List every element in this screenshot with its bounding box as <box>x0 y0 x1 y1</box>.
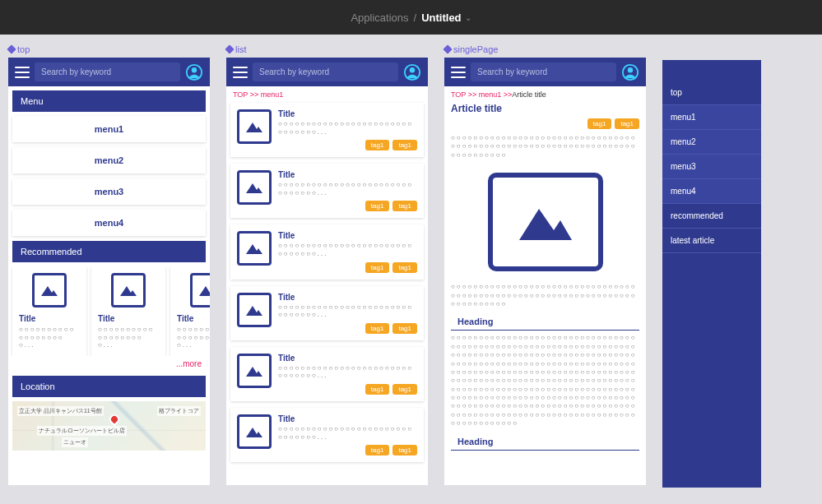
more-link[interactable]: ...more <box>8 356 210 372</box>
list-card-title: Title <box>278 293 417 302</box>
list-card-body: ○○○○○○○○○○○○○○○○○○○○○○○○○○○○○○○... <box>278 303 417 319</box>
tag[interactable]: tag1 <box>365 201 390 211</box>
svg-marker-15 <box>519 209 572 240</box>
svg-marker-10 <box>246 306 262 316</box>
article-body: ○○○○○○○○○○○○○○○○○○○○○○○○○○○○○○○○○○○○○○○○… <box>444 334 646 432</box>
map-placeholder[interactable]: 立正大学 品川キャンパス11号館 ナチュラルローソンハートビル店 格プライトコア… <box>12 401 206 451</box>
hamburger-icon[interactable] <box>451 67 466 78</box>
app-header: Search by keyword <box>444 58 646 86</box>
artboard-singlepage[interactable]: Search by keyword TOP >> menu1 >>Article… <box>444 58 646 485</box>
tag[interactable]: tag1 <box>587 118 612 129</box>
sidebar-nav-artboard[interactable]: top menu1 menu2 menu3 menu4 recommended … <box>662 60 761 488</box>
tag[interactable]: tag1 <box>365 445 390 455</box>
tag[interactable]: tag1 <box>392 323 417 334</box>
nav-item-latest[interactable]: latest article <box>662 229 761 253</box>
image-placeholder-icon <box>237 293 272 327</box>
map-label: 格プライトコア <box>157 406 201 416</box>
image-placeholder-icon <box>237 414 272 449</box>
svg-marker-2 <box>41 286 58 296</box>
image-placeholder-icon <box>190 273 210 307</box>
list-card[interactable]: Title ○○○○○○○○○○○○○○○○○○○○○○○○○○○○○○○...… <box>230 286 424 340</box>
artboard-list-wrap[interactable]: list Search by keyword TOP >> menu1 Titl… <box>226 44 428 494</box>
user-icon[interactable] <box>185 63 203 81</box>
nav-item-menu1[interactable]: menu1 <box>662 105 761 130</box>
breadcrumb[interactable]: TOP >> menu1 <box>226 86 428 103</box>
image-placeholder-icon <box>111 273 146 307</box>
list-card-title: Title <box>278 170 417 179</box>
tag[interactable]: tag1 <box>365 140 390 150</box>
nav-item-menu4[interactable]: menu4 <box>662 179 761 204</box>
menu-button[interactable]: menu1 <box>12 116 206 142</box>
artboard-name: top <box>17 44 30 54</box>
list-card[interactable]: Title ○○○○○○○○○○○○○○○○○○○○○○○○○○○○○○○...… <box>230 347 424 401</box>
rec-card[interactable]: Title ○○○○○○○○○○○○○○○○○○○... <box>12 266 86 356</box>
list-card-body: ○○○○○○○○○○○○○○○○○○○○○○○○○○○○○○○... <box>278 181 417 197</box>
svg-marker-8 <box>246 183 262 193</box>
list-card-tags: tag1tag1 <box>278 140 417 150</box>
artboard-top[interactable]: Search by keyword Menu menu1 menu2 menu3… <box>8 58 210 485</box>
artboard-singlepage-wrap[interactable]: singlePage Search by keyword TOP >> menu… <box>444 44 646 494</box>
design-canvas[interactable]: top Search by keyword Menu menu1 menu2 m… <box>0 35 822 504</box>
search-input[interactable]: Search by keyword <box>253 62 398 81</box>
article-heading: Heading <box>451 433 639 451</box>
nav-item-menu2[interactable]: menu2 <box>662 130 761 155</box>
article-tags: tag1 tag1 <box>444 118 646 134</box>
card-body: ○○○○○○○○○○○○○○○○○○○... <box>177 326 210 349</box>
component-icon <box>7 44 16 53</box>
tag[interactable]: tag1 <box>392 445 417 455</box>
tag[interactable]: tag1 <box>615 118 639 129</box>
list-card-tags: tag1tag1 <box>278 201 417 211</box>
recommended-section-header: Recommended <box>12 241 206 262</box>
artboard-top-wrap[interactable]: top Search by keyword Menu menu1 menu2 m… <box>8 44 210 494</box>
breadcrumb-root[interactable]: Applications <box>351 12 408 24</box>
list-card-body: ○○○○○○○○○○○○○○○○○○○○○○○○○○○○○○○... <box>278 425 417 441</box>
list-card-body: ○○○○○○○○○○○○○○○○○○○○○○○○○○○○○○○... <box>278 364 417 380</box>
list-card[interactable]: Title ○○○○○○○○○○○○○○○○○○○○○○○○○○○○○○○...… <box>230 164 424 218</box>
component-icon <box>225 44 234 53</box>
tag[interactable]: tag1 <box>392 384 417 395</box>
svg-marker-7 <box>246 123 262 132</box>
hamburger-icon[interactable] <box>15 67 30 78</box>
artboard-label[interactable]: list <box>226 44 428 54</box>
user-icon[interactable] <box>403 63 421 81</box>
nav-item-top[interactable]: top <box>662 81 761 105</box>
breadcrumb-current: Article title <box>512 90 546 99</box>
rec-card[interactable]: Title ○○○○○○○○○○○○○○○○○○○... <box>91 266 165 356</box>
hamburger-icon[interactable] <box>233 67 248 78</box>
artboard-label[interactable]: singlePage <box>444 44 646 54</box>
artboard-list[interactable]: Search by keyword TOP >> menu1 Title ○○○… <box>226 58 428 485</box>
component-icon <box>443 44 452 53</box>
breadcrumb[interactable]: TOP >> menu1 >>Article title <box>444 86 646 103</box>
app-titlebar: Applications / Untitled ⌄ <box>0 0 822 35</box>
menu-button[interactable]: menu3 <box>12 178 206 205</box>
list-card[interactable]: Title ○○○○○○○○○○○○○○○○○○○○○○○○○○○○○○○...… <box>230 103 424 157</box>
nav-item-menu3[interactable]: menu3 <box>662 155 761 179</box>
search-input[interactable]: Search by keyword <box>35 62 180 81</box>
artboard-label[interactable]: top <box>8 44 210 54</box>
menu-button[interactable]: menu4 <box>12 210 206 236</box>
list-card-body: ○○○○○○○○○○○○○○○○○○○○○○○○○○○○○○○... <box>278 242 417 257</box>
image-placeholder-icon <box>32 273 67 307</box>
list-card-tags: tag1tag1 <box>278 445 417 455</box>
card-title: Title <box>177 314 210 323</box>
image-placeholder-icon <box>237 354 272 388</box>
list-card[interactable]: Title ○○○○○○○○○○○○○○○○○○○○○○○○○○○○○○○...… <box>230 224 424 279</box>
image-placeholder-icon <box>488 173 603 271</box>
nav-item-recommended[interactable]: recommended <box>662 204 761 229</box>
menu-button[interactable]: menu2 <box>12 147 206 173</box>
breadcrumb-prefix: TOP >> menu1 >> <box>451 90 512 99</box>
search-input[interactable]: Search by keyword <box>471 62 616 81</box>
chevron-down-icon[interactable]: ⌄ <box>465 13 471 22</box>
menu-section-header: Menu <box>12 90 206 112</box>
tag[interactable]: tag1 <box>392 140 417 150</box>
list-card-tags: tag1tag1 <box>278 262 417 273</box>
list-card[interactable]: Title ○○○○○○○○○○○○○○○○○○○○○○○○○○○○○○○...… <box>230 408 424 462</box>
tag[interactable]: tag1 <box>392 201 417 211</box>
rec-card[interactable]: Title ○○○○○○○○○○○○○○○○○○○... <box>170 266 210 356</box>
tag[interactable]: tag1 <box>365 384 390 395</box>
tag[interactable]: tag1 <box>365 323 390 334</box>
tag[interactable]: tag1 <box>365 262 390 273</box>
user-icon[interactable] <box>621 63 639 81</box>
tag[interactable]: tag1 <box>392 262 417 273</box>
breadcrumb-current[interactable]: Untitled <box>421 12 461 24</box>
